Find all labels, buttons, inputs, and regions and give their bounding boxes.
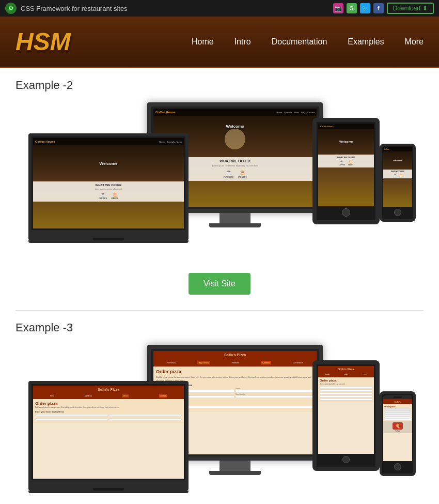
tablet-screen-pizza: Sofia's Pizza Home Menu Order Order pizz… — [318, 366, 374, 454]
laptop-nav-3: Minkas — [122, 394, 129, 398]
t-input-5 — [320, 399, 372, 401]
coffee-site-phone: Coffee Welcome WHAT WE OFFER ☕ C — [383, 147, 412, 207]
p-input-2 — [384, 410, 411, 412]
nav-documentation[interactable]: Documentation — [272, 37, 327, 47]
laptop-cakes-label: CAKES — [111, 197, 118, 200]
tablet-pizza-content: Order pizza Build a great pizza the way … — [318, 377, 374, 402]
phone-cakes-item: 🎂 CAKES — [399, 173, 402, 177]
phone-coffee-item: ☕ COFFEE — [393, 173, 397, 177]
t-input-4 — [320, 395, 372, 398]
laptop-screen-pizza: Sofia's Pizza Home Appetizers Minkas Con… — [33, 386, 184, 479]
phone-home-button[interactable] — [394, 209, 401, 216]
coffee-nav-tablet: Coffee House — [318, 124, 374, 129]
laptop-pizza-text: Build a great pizza the way you want. St… — [35, 407, 182, 409]
pizza-subnav-home: Homesss — [167, 361, 176, 364]
site-tagline: CSS Framework for restaurant sites — [21, 5, 128, 12]
coffee-cup-decoration — [225, 129, 245, 149]
pizza-site-phone: Sofia's Order pizza — [383, 399, 412, 461]
laptop-mockup-pizza: Sofia's Pizza Home Appetizers Minkas Con… — [28, 381, 189, 493]
tablet-cake-icon: 🎂 — [348, 160, 353, 164]
lf3-input — [35, 418, 108, 420]
phone-mockup-pizza: Sofia's Order pizza — [380, 391, 416, 476]
pizza-site-tablet: Sofia's Pizza Home Menu Order Order pizz… — [318, 366, 374, 454]
laptop-pizza-fields — [35, 414, 182, 421]
laptop-bottom — [28, 233, 189, 240]
laptop-nav-2: Appetizers — [85, 395, 92, 397]
tablet-body-pizza: Sofia's Pizza Home Menu Order Order pizz… — [312, 360, 380, 471]
phone-screen-pizza: Sofia's Order pizza — [383, 399, 412, 461]
p-input-3 — [384, 413, 411, 414]
phone-body: Coffee Welcome WHAT WE OFFER ☕ C — [380, 144, 416, 222]
pizza-nav-laptop: Sofia's Pizza — [33, 386, 184, 393]
lf3 — [35, 418, 108, 421]
pizza-form-title-monitor: Order pizza — [156, 369, 314, 374]
monitor-stand — [220, 213, 250, 223]
coffee-site-laptop: Coffee House Home Specials Menu Welcome — [33, 138, 184, 228]
laptop-screen-wrapper: Coffee House Home Specials Menu Welcome — [28, 133, 189, 233]
coffee-logo-tablet: Coffee House — [320, 125, 334, 128]
visit-site-container-2: Visit Site — [15, 273, 424, 295]
pizza-site-laptop: Sofia's Pizza Home Appetizers Minkas Con… — [33, 386, 184, 479]
lf4-input — [109, 418, 182, 420]
monitor-base — [209, 223, 261, 227]
phone-coffee-nav: Coffee — [383, 147, 412, 151]
laptop-nav-1: Home — [50, 395, 54, 397]
nav-intro[interactable]: Intro — [234, 37, 251, 47]
pizza-subnav-menu: Minkas — [232, 361, 239, 364]
tablet-mockup-pizza: Sofia's Pizza Home Menu Order Order pizz… — [312, 360, 380, 471]
pizza-field-2: Phone — [236, 388, 314, 392]
nav-links: Home Intro Documentation Examples More — [192, 37, 424, 47]
lf2-input — [109, 414, 182, 416]
tablet-mockup: Coffee House Welcome WHAT WE OFFER ☕ — [312, 118, 380, 224]
pizza-thumb-img: 🍕 — [393, 422, 403, 430]
coffee-nav-laptop: Coffee House Home Specials Menu — [33, 138, 184, 145]
tablet-section: WHAT WE OFFER ☕ COFFEE 🎂 CAKES — [318, 155, 374, 167]
phone-pizza-thumb: 🍕 Sofia's — [383, 421, 412, 433]
tablet-screen: Coffee House Welcome WHAT WE OFFER ☕ — [318, 124, 374, 206]
p-input-1 — [384, 408, 411, 410]
pizza-logo-phone: Sofia's — [395, 401, 401, 403]
instagram-icon[interactable]: 📷 — [333, 3, 343, 13]
coffee-site-tablet: Coffee House Welcome WHAT WE OFFER ☕ — [318, 124, 374, 206]
coffee-nav-monitor: Coffee House Home Specials Menu FAQ Cont… — [153, 109, 317, 116]
laptop-coffee-label: COFFEE — [99, 197, 107, 200]
phone-pizza-title: Order pizza — [384, 405, 411, 408]
pizza-nav-title-monitor: Sofia's Pizza — [224, 353, 246, 357]
nav-examples[interactable]: Examples — [348, 37, 384, 47]
phone-hero: Welcome — [383, 151, 412, 170]
nav-home[interactable]: Home — [192, 37, 214, 47]
cake-icon: 🎂 — [238, 169, 247, 175]
phone-offer-title: WHAT WE OFFER — [384, 171, 411, 173]
coffee-welcome-text: Welcome — [225, 124, 245, 129]
p-input-5 — [384, 417, 411, 418]
tablet-home-button[interactable] — [342, 208, 350, 217]
facebook-icon[interactable]: f — [373, 3, 384, 13]
laptop-hero: Welcome — [33, 145, 184, 181]
section-divider — [15, 310, 424, 311]
laptop-bottom-pizza — [28, 483, 189, 491]
top-bar-left: ⚙ CSS Framework for restaurant sites — [5, 3, 128, 14]
phone-welcome: Welcome — [393, 159, 402, 162]
tablet-offer-title: WHAT WE OFFER — [320, 156, 372, 159]
nav-logo[interactable]: HSM — [15, 27, 71, 56]
tablet-cakes-item: 🎂 CAKES — [348, 160, 353, 166]
pizza-nav-tablet: Sofia's Pizza — [318, 366, 374, 372]
phone-home-button-pizza[interactable] — [394, 463, 401, 470]
laptop-mockup: Coffee House Home Specials Menu Welcome — [28, 133, 189, 243]
visit-site-button-2[interactable]: Visit Site — [189, 273, 250, 295]
laptop-offer-title: WHAT WE OFFER — [35, 184, 182, 187]
phone-screen: Coffee Welcome WHAT WE OFFER ☕ C — [383, 147, 412, 207]
google-plus-icon[interactable]: G — [347, 3, 357, 13]
laptop-cake-icon: 🎂 — [111, 192, 118, 197]
top-bar: ⚙ CSS Framework for restaurant sites 📷 G… — [0, 0, 439, 17]
coffee-nav-specials-laptop: Specials — [167, 141, 175, 143]
nav-more[interactable]: More — [405, 37, 424, 47]
tablet-home-button-pizza[interactable] — [342, 456, 350, 463]
t-nav-1: Home — [325, 374, 330, 376]
download-button[interactable]: Download ⬇ — [387, 3, 434, 14]
tablet-pizza-text: Build a great pizza the way you want. — [320, 383, 372, 385]
laptop-nav-4: Contact — [159, 394, 166, 398]
lf1-input — [35, 414, 108, 416]
coffee-nav-links-laptop: Home Specials Menu — [159, 141, 182, 143]
twitter-icon[interactable]: 🐦 — [360, 3, 370, 13]
